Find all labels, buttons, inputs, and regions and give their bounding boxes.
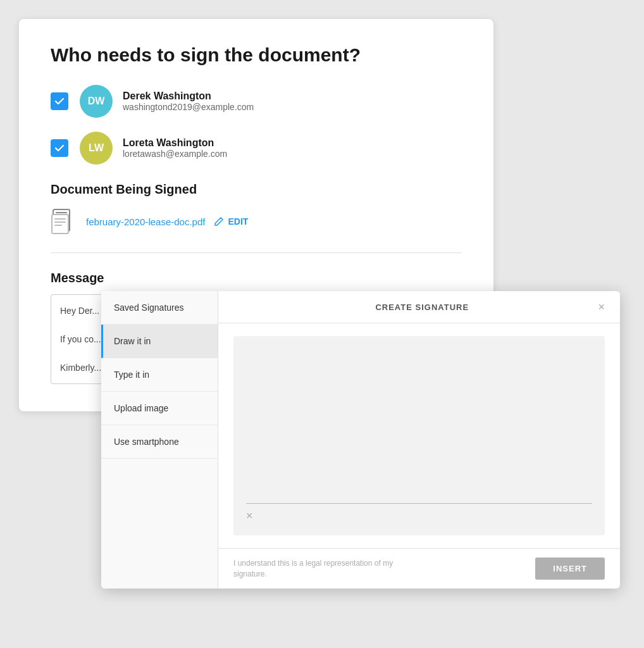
sidebar-item-saved-signatures[interactable]: Saved Signatures	[101, 291, 218, 325]
document-link[interactable]: february-2020-lease-doc.pdf	[86, 216, 205, 227]
svg-rect-6	[54, 221, 66, 223]
checkbox-lw[interactable]	[51, 139, 68, 157]
legal-text: I understand this is a legal representat…	[233, 558, 423, 580]
signer-name-lw: Loreta Washington	[123, 137, 227, 149]
sidebar-item-use-smartphone[interactable]: Use smartphone	[101, 425, 218, 459]
checkbox-dw[interactable]	[51, 92, 68, 110]
signer-email-lw: loretawash@example.com	[123, 149, 227, 159]
modal-footer: I understand this is a legal representat…	[218, 548, 620, 589]
svg-rect-7	[54, 225, 62, 226]
signer-name-dw: Derek Washington	[123, 90, 254, 102]
divider	[51, 252, 462, 253]
signer-row-1: DW Derek Washington washingtond2019@exam…	[51, 85, 462, 118]
modal-close-button[interactable]: ×	[598, 301, 605, 313]
edit-button[interactable]: EDIT	[214, 216, 248, 227]
signer-email-dw: washingtond2019@example.com	[123, 102, 254, 112]
avatar-dw: DW	[80, 85, 113, 118]
signer-info-lw: Loreta Washington loretawash@example.com	[123, 137, 227, 159]
document-section-title: Document Being Signed	[51, 182, 462, 197]
pencil-icon	[214, 216, 224, 227]
svg-rect-1	[56, 212, 67, 213]
signature-canvas[interactable]: ×	[233, 336, 605, 535]
sidebar-item-upload-image[interactable]: Upload image	[101, 392, 218, 425]
modal-sidebar: Saved Signatures Draw it in Type it in U…	[101, 291, 218, 589]
create-signature-modal: Saved Signatures Draw it in Type it in U…	[101, 291, 620, 589]
svg-rect-5	[54, 218, 66, 220]
svg-rect-4	[52, 215, 68, 234]
sidebar-item-draw-it-in[interactable]: Draw it in	[101, 325, 218, 358]
edit-label: EDIT	[228, 216, 248, 227]
modal-content: CREATE SIGNATURE × × I understand this i…	[218, 291, 620, 589]
signer-info-dw: Derek Washington washingtond2019@example…	[123, 90, 254, 112]
document-row: february-2020-lease-doc.pdf EDIT	[51, 208, 462, 235]
sidebar-item-type-it-in[interactable]: Type it in	[101, 358, 218, 392]
signature-baseline	[246, 503, 592, 504]
modal-header: CREATE SIGNATURE ×	[218, 291, 620, 323]
insert-button[interactable]: INSERT	[535, 558, 605, 580]
document-icon	[51, 208, 77, 235]
page-title: Who needs to sign the document?	[51, 44, 462, 66]
modal-title: CREATE SIGNATURE	[246, 302, 598, 312]
avatar-lw: LW	[80, 132, 113, 165]
signature-x-mark: ×	[246, 509, 253, 523]
signer-row-2: LW Loreta Washington loretawash@example.…	[51, 132, 462, 165]
message-title: Message	[51, 271, 462, 285]
